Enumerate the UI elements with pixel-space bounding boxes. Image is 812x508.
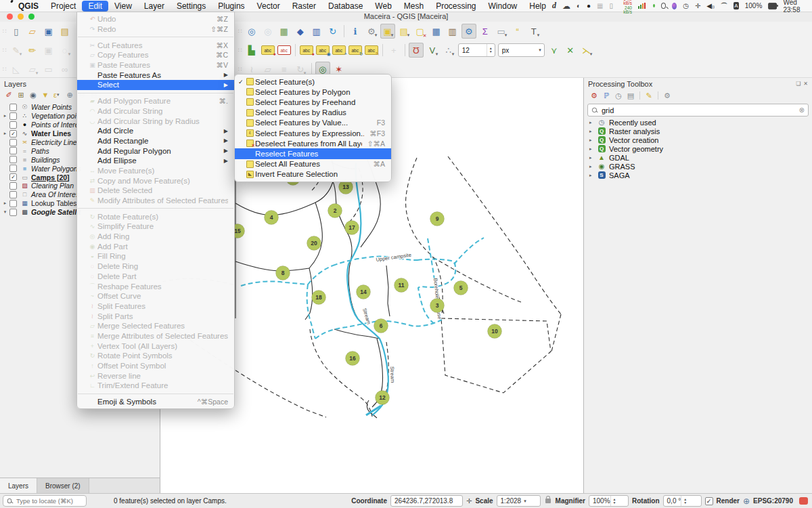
layer-visibility-checkbox[interactable] <box>9 139 17 146</box>
select-menu-item-select-feature-s[interactable]: ✓Select Feature(s) <box>235 77 391 87</box>
select-menu-item-invert-feature-selection[interactable]: ◣Invert Feature Selection <box>235 169 391 179</box>
run-feature-action-button[interactable]: ⚙▾ <box>364 24 379 39</box>
processing-search[interactable]: ⊗ <box>587 104 809 117</box>
menubar-item-raster[interactable]: Raster <box>286 1 322 12</box>
expand-icon[interactable]: ▾ <box>2 209 8 215</box>
filter-legend-icon[interactable]: ▼ <box>39 89 51 100</box>
camp-marker-16[interactable]: 16 <box>346 352 360 366</box>
highlight-pinned-labels-button[interactable]: abc● <box>299 43 314 58</box>
edit-menu-item-select[interactable]: Select▶ <box>77 80 234 90</box>
layer-visibility-checkbox[interactable] <box>9 112 17 120</box>
open-project-button[interactable]: ▱ <box>25 24 40 39</box>
camp-marker-4[interactable]: 4 <box>265 211 279 225</box>
save-project-button[interactable]: ▣ <box>41 24 56 39</box>
processing-group-vector-creation[interactable]: ▸QVector creation <box>584 135 812 144</box>
history-icon[interactable]: ◷ <box>612 90 625 101</box>
time-machine-icon[interactable]: ◷ <box>683 2 689 9</box>
edit-menu-item-add-rectangle[interactable]: Add Rectangle▶ <box>77 136 234 146</box>
render-checkbox[interactable]: ✓ <box>705 497 713 505</box>
close-panel-icon[interactable]: ✕ <box>803 81 808 87</box>
menubar-item-help[interactable]: Help <box>523 1 552 12</box>
layer-visibility-checkbox[interactable] <box>9 191 17 198</box>
expand-icon[interactable]: ▸ <box>2 200 8 206</box>
layer-visibility-checkbox[interactable] <box>9 104 17 111</box>
show-hide-labels-button[interactable]: abc◉ <box>315 43 330 58</box>
enable-tracing-button[interactable]: ⋋▾ <box>579 43 594 58</box>
layer-diagram-options-button[interactable]: abc <box>277 43 292 58</box>
camp-marker-14[interactable]: 14 <box>357 285 371 299</box>
input-language-icon[interactable]: A <box>734 2 739 9</box>
menubar-item-vector[interactable]: Vector <box>251 1 286 12</box>
clear-search-icon[interactable]: ⊗ <box>799 106 805 114</box>
camp-marker-20[interactable]: 20 <box>307 236 321 251</box>
siri-icon[interactable] <box>672 3 677 9</box>
open-attribute-table-button[interactable]: ▦ <box>429 24 444 39</box>
camp-marker-8[interactable]: 8 <box>276 266 290 280</box>
new-project-button[interactable]: ▯ <box>9 24 24 39</box>
layer-visibility-checkbox[interactable] <box>9 165 17 172</box>
change-label-button[interactable]: abc✎ <box>364 43 379 58</box>
expand-all-icon[interactable]: ⊕ <box>64 89 76 100</box>
dark-circle-icon[interactable]: ● <box>587 2 591 9</box>
crs-value[interactable]: EPSG:20790 <box>753 497 793 505</box>
snapping-toggle-button[interactable]: Ω <box>409 43 424 58</box>
models-icon[interactable]: ⚙ <box>588 90 600 101</box>
layer-visibility-checkbox[interactable] <box>9 121 17 129</box>
spotlight-icon[interactable] <box>661 3 666 9</box>
measure-button[interactable]: ▭▾ <box>494 24 509 39</box>
menubar-item-settings[interactable]: Settings <box>171 1 212 12</box>
layer-visibility-checkbox[interactable]: ✓ <box>9 173 17 181</box>
edit-menu-item-add-regular-polygon[interactable]: Add Regular Polygon▶ <box>77 146 234 156</box>
open-layer-styling-icon[interactable]: ✐ <box>3 89 15 100</box>
magnifier-spin[interactable]: 100% ▲▼ <box>589 495 629 507</box>
options-wrench-icon[interactable]: ⚙ <box>661 90 673 101</box>
edit-menu-item-add-circle[interactable]: Add Circle▶ <box>77 126 234 136</box>
camp-marker-2[interactable]: 2 <box>328 204 342 218</box>
istat-meter-icon[interactable] <box>638 3 646 9</box>
text-annotation-button[interactable]: T▾ <box>526 24 541 39</box>
map-tips-button[interactable]: “ <box>510 24 525 39</box>
new-map-view-button[interactable]: ▦ <box>277 24 292 39</box>
manage-map-themes-icon[interactable]: ◉ <box>27 89 39 100</box>
camp-marker-18[interactable]: 18 <box>312 291 326 305</box>
expand-icon[interactable]: ▸ <box>2 113 8 119</box>
camp-marker-17[interactable]: 17 <box>345 221 359 235</box>
refresh-map-button[interactable]: ↻ <box>325 24 340 39</box>
processing-group-grass[interactable]: ▸◉GRASS <box>584 162 812 171</box>
menubar-item-window[interactable]: Window <box>482 1 524 12</box>
locator-input[interactable] <box>15 496 83 505</box>
device-icon[interactable]: ▯ <box>609 2 613 9</box>
lock-scale-icon[interactable] <box>545 499 551 503</box>
processing-search-input[interactable] <box>600 106 796 115</box>
camp-marker-11[interactable]: 11 <box>394 278 409 293</box>
camp-marker-9[interactable]: 9 <box>430 212 445 226</box>
statistical-summary-button[interactable]: Σ <box>478 24 493 39</box>
processing-group-recently-used[interactable]: ▸◷Recently used <box>584 118 812 127</box>
identify-features-button[interactable]: ℹ <box>348 24 363 39</box>
menubar-item-view[interactable]: View <box>108 1 138 12</box>
select-menu-item-select-all-features[interactable]: Select All Features⌘A <box>235 159 391 169</box>
snapping-type-button[interactable]: ∴▾ <box>441 43 456 58</box>
edit-menu-item-add-ellipse[interactable]: Add Ellipse▶ <box>77 156 234 166</box>
select-menu-item-select-features-by-polygon[interactable]: Select Features by Polygon <box>235 87 391 97</box>
processing-group-saga[interactable]: ▸SSAGA <box>584 171 812 179</box>
cloud-icon[interactable]: ☁ <box>562 1 570 11</box>
menubar-clock[interactable]: Wed 23:58 <box>783 0 806 14</box>
snap-on-intersection-button[interactable]: ✕ <box>563 43 578 58</box>
layer-visibility-checkbox[interactable] <box>9 156 17 163</box>
processing-toolbox-toggle-button[interactable]: ⚙ <box>461 24 476 39</box>
layer-visibility-checkbox[interactable]: ✓ <box>9 130 17 137</box>
sphere-icon[interactable]: ◐ <box>577 2 581 9</box>
layer-visibility-checkbox[interactable] <box>9 182 17 190</box>
select-menu-item-select-features-by-radius[interactable]: Select Features by Radius <box>235 108 391 118</box>
new-bookmark-button[interactable]: ◆ <box>293 24 308 39</box>
select-menu-item-reselect-features[interactable]: Reselect Features <box>235 148 391 158</box>
field-calculator-button[interactable]: ▥ <box>445 24 460 39</box>
expand-icon[interactable]: ▸ <box>2 131 8 136</box>
layer-labeling-options-button[interactable]: abc● <box>261 43 275 58</box>
camp-marker-12[interactable]: 12 <box>376 391 390 405</box>
select-menu-item-select-features-by-freehand[interactable]: Select Features by Freehand <box>235 97 391 107</box>
messages-icon[interactable] <box>799 497 808 505</box>
pin-unpin-labels-button[interactable]: abc+ <box>332 43 346 58</box>
docker-icon[interactable]: d <box>552 1 556 11</box>
